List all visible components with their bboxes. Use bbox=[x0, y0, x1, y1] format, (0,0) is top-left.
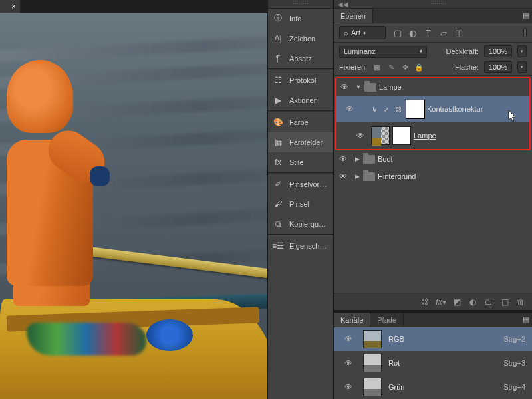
tab-channels[interactable]: Kanäle bbox=[334, 313, 370, 327]
panel-label: Eigenschaft... bbox=[289, 242, 329, 250]
delete-layer-icon[interactable]: 🗑 bbox=[516, 297, 525, 307]
filter-type-icon[interactable]: T bbox=[423, 28, 433, 38]
channel-rgb[interactable]: 👁RGBStrg+2 bbox=[334, 327, 532, 351]
layer-fx-icon[interactable]: fx▾ bbox=[436, 297, 446, 307]
fill-label: Fläche: bbox=[455, 63, 479, 71]
panel-label: Pinselvorga... bbox=[289, 180, 329, 188]
panel-label: Farbfelder bbox=[289, 138, 323, 146]
folder-icon bbox=[364, 83, 376, 92]
dock-gripper[interactable] bbox=[268, 0, 333, 9]
visibility-toggle-icon[interactable]: 👁 bbox=[340, 358, 356, 368]
filter-shape-icon[interactable]: ▱ bbox=[438, 28, 448, 38]
panel-icon: 🖌 bbox=[272, 198, 284, 210]
panel-shortcut-eigenschaft[interactable]: ≡☰Eigenschaft... bbox=[268, 236, 333, 256]
layers-list[interactable]: 👁 ▼ Lampe 👁 ↳ ⤢ ⛓ Kontrastkorrektur 👁 La… bbox=[334, 76, 532, 293]
fill-input[interactable] bbox=[484, 61, 512, 73]
panel-shortcut-aktionen[interactable]: ▶Aktionen bbox=[268, 90, 333, 110]
layer-filter-type-dropdown[interactable]: ⌕ Art ♦ bbox=[339, 26, 386, 39]
panel-shortcut-pinselvorga[interactable]: ✐Pinselvorga... bbox=[268, 174, 333, 194]
expand-toggle-icon[interactable]: ▶ bbox=[354, 173, 360, 180]
visibility-toggle-icon[interactable]: 👁 bbox=[335, 154, 351, 164]
channel-name: Grün bbox=[388, 383, 497, 391]
channel-shortcut: Strg+4 bbox=[503, 383, 525, 391]
panel-shortcut-stile[interactable]: fxStile bbox=[268, 152, 333, 172]
panel-icon: ¶ bbox=[272, 53, 284, 65]
expand-toggle-icon[interactable]: ▶ bbox=[354, 156, 360, 162]
lock-fill-row: Fixieren: ▩ ✎ ✥ 🔒 Fläche: ▾ bbox=[334, 59, 532, 76]
layer-group-boot[interactable]: 👁 ▶ Boot bbox=[335, 150, 531, 168]
layers-filter-bar: ⌕ Art ♦ ▢ ◐ T ▱ ◫ bbox=[334, 23, 532, 43]
visibility-toggle-icon[interactable]: 👁 bbox=[336, 82, 352, 92]
channel-rot[interactable]: 👁RotStrg+3 bbox=[334, 351, 532, 375]
panel-shortcut-info[interactable]: ⓘInfo bbox=[268, 9, 333, 29]
new-group-icon[interactable]: 🗀 bbox=[484, 297, 493, 307]
channel-thumbnail bbox=[363, 330, 382, 348]
layer-lampe[interactable]: 👁 Lampe bbox=[336, 122, 529, 149]
panel-label: Zeichen bbox=[289, 35, 315, 43]
layer-group-hintergrund[interactable]: 👁 ▶ Hintergrund bbox=[335, 168, 531, 185]
panel-shortcut-kopierquelle[interactable]: ⧉Kopierquelle bbox=[268, 214, 333, 234]
panel-shortcut-farbfelder[interactable]: ▦Farbfelder bbox=[268, 132, 333, 152]
fill-stepper[interactable]: ▾ bbox=[517, 61, 527, 73]
filter-smartobject-icon[interactable]: ◫ bbox=[454, 28, 464, 38]
visibility-toggle-icon[interactable]: 👁 bbox=[340, 334, 356, 344]
lock-all-icon[interactable]: 🔒 bbox=[414, 63, 424, 72]
dock-top-bar[interactable]: ◀◀ bbox=[334, 0, 532, 9]
panel-label: Absatz bbox=[289, 55, 312, 63]
panel-shortcut-zeichen[interactable]: A|Zeichen bbox=[268, 29, 333, 49]
layer-group-lampe[interactable]: 👁 ▼ Lampe bbox=[336, 78, 529, 96]
opacity-input[interactable] bbox=[484, 45, 512, 57]
panel-icon: 🎨 bbox=[272, 116, 284, 128]
visibility-toggle-icon[interactable]: 👁 bbox=[340, 382, 356, 392]
layer-adjustment-kontrast[interactable]: 👁 ↳ ⤢ ⛓ Kontrastkorrektur bbox=[336, 96, 529, 122]
layer-mask-thumbnail[interactable] bbox=[392, 126, 411, 145]
panel-label: Stile bbox=[289, 158, 303, 166]
lock-transparency-icon[interactable]: ▩ bbox=[372, 63, 382, 72]
channel-thumbnail bbox=[363, 378, 382, 396]
layer-mask-thumbnail[interactable] bbox=[406, 100, 424, 118]
lock-label: Fixieren: bbox=[339, 63, 367, 71]
panel-icon: ☷ bbox=[272, 74, 284, 86]
lock-position-icon[interactable]: ✥ bbox=[400, 63, 410, 72]
panel-label: Kopierquelle bbox=[289, 220, 329, 228]
channel-grün[interactable]: 👁GrünStrg+4 bbox=[334, 375, 532, 399]
new-adjustment-icon[interactable]: ◐ bbox=[468, 297, 477, 307]
visibility-toggle-icon[interactable]: 👁 bbox=[342, 104, 358, 114]
document-close-tab[interactable]: × bbox=[0, 0, 20, 13]
add-mask-icon[interactable]: ◩ bbox=[452, 297, 462, 307]
filter-label: Art bbox=[351, 29, 360, 37]
link-layers-icon[interactable]: ⛓ bbox=[420, 297, 430, 307]
channel-shortcut: Strg+2 bbox=[503, 335, 525, 343]
panel-shortcut-protokoll[interactable]: ☷Protokoll bbox=[268, 70, 333, 90]
panel-label: Protokoll bbox=[289, 76, 318, 84]
adjustment-curves-icon: ⤢ bbox=[382, 104, 391, 114]
document-canvas[interactable] bbox=[0, 13, 267, 399]
blend-opacity-row: Luminanz♦ Deckkraft: ▾ bbox=[334, 43, 532, 59]
layers-footer-toolbar: ⛓ fx▾ ◩ ◐ 🗀 ◫ 🗑 bbox=[334, 293, 532, 310]
panel-icon: ≡☰ bbox=[272, 240, 284, 252]
channels-list[interactable]: 👁RGBStrg+2👁RotStrg+3👁GrünStrg+4 bbox=[334, 327, 532, 399]
tab-layers[interactable]: Ebenen bbox=[334, 9, 373, 23]
opacity-stepper[interactable]: ▾ bbox=[517, 45, 527, 57]
panel-shortcut-pinsel[interactable]: 🖌Pinsel bbox=[268, 194, 333, 214]
blend-mode-dropdown[interactable]: Luminanz♦ bbox=[339, 45, 427, 58]
layer-thumbnail[interactable] bbox=[371, 126, 390, 145]
right-panels-dock: ◀◀ Ebenen ▤ ⌕ Art ♦ ▢ ◐ T ▱ ◫ Luminanz♦ … bbox=[334, 0, 532, 399]
lock-pixels-icon[interactable]: ✎ bbox=[386, 63, 396, 72]
panel-menu-icon[interactable]: ▤ bbox=[520, 313, 532, 327]
panel-menu-icon[interactable]: ▤ bbox=[520, 9, 532, 23]
panel-label: Aktionen bbox=[289, 96, 318, 104]
filter-toggle-switch[interactable] bbox=[523, 28, 527, 37]
panel-label: Info bbox=[289, 15, 301, 23]
tutorial-highlight: 👁 ▼ Lampe 👁 ↳ ⤢ ⛓ Kontrastkorrektur 👁 La… bbox=[335, 77, 531, 150]
clip-indicator-icon: ↳ bbox=[370, 104, 379, 114]
filter-adjustment-icon[interactable]: ◐ bbox=[408, 28, 418, 38]
tab-paths[interactable]: Pfade bbox=[370, 313, 404, 327]
expand-toggle-icon[interactable]: ▼ bbox=[355, 84, 362, 90]
filter-pixel-icon[interactable]: ▢ bbox=[392, 28, 402, 38]
new-layer-icon[interactable]: ◫ bbox=[500, 297, 509, 307]
panel-shortcut-farbe[interactable]: 🎨Farbe bbox=[268, 112, 333, 132]
visibility-toggle-icon[interactable]: 👁 bbox=[352, 131, 368, 140]
panel-shortcut-absatz[interactable]: ¶Absatz bbox=[268, 49, 333, 68]
visibility-toggle-icon[interactable]: 👁 bbox=[335, 172, 351, 181]
